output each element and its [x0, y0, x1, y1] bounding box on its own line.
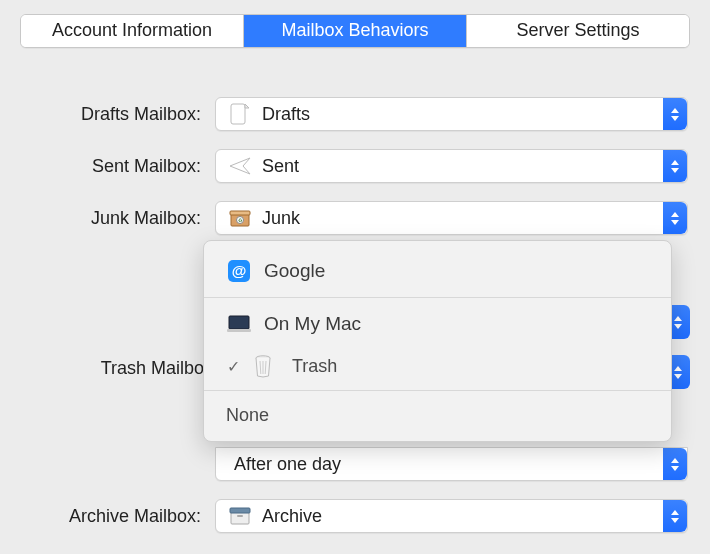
row-trash: Trash Mailbox	[20, 350, 215, 386]
row-erase-interval: After one day	[20, 446, 688, 482]
menu-section-on-my-mac[interactable]: On My Mac	[204, 302, 671, 346]
computer-icon	[226, 311, 252, 337]
label-junk: Junk Mailbox:	[20, 208, 215, 229]
row-drafts: Drafts Mailbox: Drafts	[20, 96, 688, 132]
checkmark-icon: ✓	[222, 357, 244, 376]
popup-erase-interval[interactable]: After one day	[215, 447, 688, 481]
tab-bar: Account Information Mailbox Behaviors Se…	[20, 14, 690, 48]
svg-rect-9	[229, 316, 249, 329]
paper-plane-icon	[228, 154, 252, 178]
menu-separator	[204, 297, 671, 298]
popup-stepper-icon	[663, 98, 687, 130]
menu-section-google[interactable]: @ Google	[204, 249, 671, 293]
junk-box-icon: ♻	[228, 206, 252, 230]
popup-stepper-icon	[663, 500, 687, 532]
svg-rect-16	[230, 508, 250, 513]
popup-stepper-icon	[663, 150, 687, 182]
row-sent: Sent Mailbox: Sent	[20, 148, 688, 184]
popup-value: Drafts	[262, 104, 310, 125]
menu-label: Trash	[292, 356, 337, 377]
tab-server-settings[interactable]: Server Settings	[467, 15, 689, 47]
svg-rect-10	[227, 329, 251, 332]
popup-value: Sent	[262, 156, 299, 177]
popup-archive-mailbox[interactable]: Archive	[215, 499, 688, 533]
menu-item-trash[interactable]: ✓ Trash	[204, 346, 671, 386]
tab-account-information[interactable]: Account Information	[21, 15, 244, 47]
tab-label: Account Information	[52, 20, 212, 40]
popup-value: Junk	[262, 208, 300, 229]
popup-sent-mailbox[interactable]: Sent	[215, 149, 688, 183]
menu-label: On My Mac	[264, 313, 361, 335]
row-archive: Archive Mailbox: Archive	[20, 498, 688, 534]
tab-mailbox-behaviors[interactable]: Mailbox Behaviors	[244, 15, 467, 47]
trash-can-icon	[250, 353, 276, 379]
svg-rect-17	[237, 515, 243, 517]
menu-label: Google	[264, 260, 325, 282]
popup-junk-mailbox[interactable]: ♻ Junk	[215, 201, 688, 235]
svg-marker-1	[245, 104, 249, 108]
svg-rect-15	[231, 512, 249, 524]
popup-stepper-icon	[663, 202, 687, 234]
svg-rect-4	[230, 211, 250, 215]
drafts-folder-icon	[228, 102, 252, 126]
label-drafts: Drafts Mailbox:	[20, 104, 215, 125]
popup-value: After one day	[234, 454, 341, 475]
label-archive: Archive Mailbox:	[20, 506, 215, 527]
menu-label: None	[226, 405, 269, 426]
menu-separator	[204, 390, 671, 391]
label-trash: Trash Mailbox	[20, 358, 215, 379]
archive-box-icon	[228, 504, 252, 528]
mailbox-dropdown-menu: @ Google On My Mac ✓ Trash None	[203, 240, 672, 442]
popup-value: Archive	[262, 506, 322, 527]
svg-text:@: @	[232, 262, 247, 279]
tab-label: Server Settings	[516, 20, 639, 40]
row-junk: Junk Mailbox: ♻ Junk	[20, 200, 688, 236]
at-badge-icon: @	[226, 258, 252, 284]
svg-rect-0	[231, 104, 245, 124]
popup-stepper-icon	[663, 448, 687, 480]
tab-label: Mailbox Behaviors	[281, 20, 428, 40]
popup-drafts-mailbox[interactable]: Drafts	[215, 97, 688, 131]
label-sent: Sent Mailbox:	[20, 156, 215, 177]
menu-item-none[interactable]: None	[204, 395, 671, 435]
svg-marker-2	[230, 158, 250, 174]
